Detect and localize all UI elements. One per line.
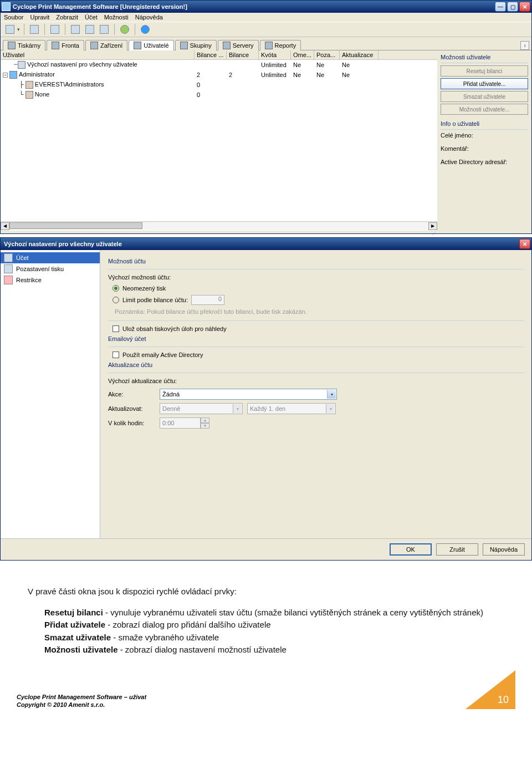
doc-bold: Resetuj bilanci	[44, 608, 103, 617]
tab-servery[interactable]: Servery	[218, 40, 259, 50]
footer-product: Cyclope Print Management Software – uživ…	[17, 693, 146, 701]
nav-pozastaveni[interactable]: Pozastavení tisku	[1, 263, 100, 274]
minimize-button[interactable]: —	[495, 2, 506, 12]
nav-ucet[interactable]: Účet	[1, 252, 100, 263]
checkbox-ad-emails[interactable]: Použít emaily Active Directory	[112, 352, 524, 358]
radio-icon	[112, 285, 119, 292]
col-bilance2[interactable]: Bilance	[227, 50, 259, 59]
tool-user-add[interactable]	[69, 23, 81, 35]
maximize-button[interactable]: ▢	[507, 2, 518, 12]
cell: 0	[195, 91, 227, 99]
side-group-info: Info o uživateli	[441, 120, 528, 127]
menu-moznosti[interactable]: Možnosti	[104, 14, 129, 21]
close-button[interactable]: ✕	[519, 2, 530, 12]
user-grid: Uživatel Bilance ... Bilance Kvóta Ome..…	[1, 50, 437, 233]
grid-rows: ┈Výchozí nastavení pro všechny uživatele…	[1, 60, 437, 221]
spin-down-icon[interactable]: ▼	[201, 423, 209, 429]
menu-zobrazit[interactable]: Zobrazit	[56, 14, 78, 21]
col-ome[interactable]: Ome...	[291, 50, 314, 59]
col-uzivatel[interactable]: Uživatel	[1, 50, 195, 59]
update-freq-select[interactable]: Denně ▾	[160, 403, 243, 414]
row-label: Výchozí nastavení pro všechny uživatele	[27, 61, 137, 68]
ok-button[interactable]: OK	[390, 543, 432, 556]
cell	[227, 64, 259, 65]
tool-user-del[interactable]	[84, 23, 96, 35]
tool-help[interactable]	[139, 23, 151, 35]
doc-item: Smazat uživatele - smaže vybraného uživa…	[44, 631, 504, 644]
cell	[340, 94, 378, 95]
cancel-button[interactable]: Zrušit	[436, 543, 478, 556]
tab-scroll-button[interactable]: ↕	[520, 41, 529, 50]
menu-soubor[interactable]: Soubor	[4, 14, 23, 21]
col-aktualizace[interactable]: Aktualizace	[340, 50, 378, 59]
action-select[interactable]: Žádná ▾	[160, 389, 337, 400]
spin-up-icon[interactable]: ▲	[201, 417, 209, 423]
help-button[interactable]: Nápověda	[483, 543, 525, 556]
time-spinner[interactable]: 0:00 ▲ ▼	[160, 417, 209, 429]
tab-fronta[interactable]: Fronta	[47, 40, 84, 50]
col-bilance1[interactable]: Bilance ...	[195, 50, 227, 59]
menu-upravit[interactable]: Upravit	[30, 14, 49, 21]
update-day-select[interactable]: Každý 1. den ▾	[247, 403, 336, 414]
tab-reporty[interactable]: Reporty	[260, 40, 301, 50]
tab-zarizeni[interactable]: Zařízení	[85, 40, 127, 50]
printer-icon	[8, 42, 16, 49]
pause-icon	[4, 264, 13, 273]
row-label: Administrator	[19, 71, 55, 78]
menu-napoveda[interactable]: Nápověda	[135, 14, 163, 21]
collapse-icon[interactable]: −	[3, 73, 8, 78]
scroll-right-button[interactable]: ▶	[428, 222, 437, 230]
tool-save[interactable]	[28, 23, 40, 35]
menu-ucet[interactable]: Účet	[85, 14, 98, 21]
combo-value: Denně	[162, 405, 180, 412]
resize-grip[interactable]: ⋰	[1, 230, 437, 233]
spinner-value: 0:00	[160, 417, 201, 429]
cell: Ne	[340, 61, 378, 69]
tab-bar: Tiskárny Fronta Zařízení Uživatelé Skupi…	[1, 37, 531, 50]
limit-input[interactable]: 0	[191, 295, 224, 305]
table-row[interactable]: ├ EVEREST\Administrators 0	[1, 80, 437, 90]
checkbox-save-jobs[interactable]: Ulož obsah tiskových úloh pro náhledy	[112, 325, 524, 332]
tool-settings[interactable]	[119, 23, 131, 35]
nav-restrikce[interactable]: Restrikce	[1, 274, 100, 286]
cell	[259, 84, 291, 85]
user-options-button[interactable]: Možnosti uživatele...	[441, 104, 528, 115]
dialog-footer: OK Zrušit Nápověda	[1, 538, 531, 560]
delete-user-button[interactable]: Smazat uživatele	[441, 91, 528, 102]
radio-limit[interactable]: Limit podle bilance účtu: 0	[112, 295, 524, 305]
horizontal-scrollbar[interactable]: ◀ ▶	[1, 221, 437, 230]
tab-label: Skupiny	[190, 42, 212, 49]
label-default-options: Výchozí možnosti účtu:	[108, 274, 524, 281]
scroll-track[interactable]	[9, 222, 428, 230]
col-kvota[interactable]: Kvóta	[259, 50, 291, 59]
radio-unlimited[interactable]: Neomezený tisk	[112, 285, 524, 292]
user-icon	[9, 71, 17, 79]
label-ad-path: Active Directory adresář:	[441, 159, 528, 165]
table-row[interactable]: −Administrator 2 2 Unlimited Ne Ne Ne	[1, 70, 437, 80]
app-icon	[2, 2, 11, 11]
tab-skupiny[interactable]: Skupiny	[175, 40, 217, 50]
cell: Ne	[291, 71, 314, 79]
cell: Unlimited	[259, 71, 291, 79]
tool-refresh[interactable]	[4, 23, 16, 35]
tab-tiskarny[interactable]: Tiskárny	[3, 40, 45, 50]
scroll-left-button[interactable]: ◀	[1, 222, 9, 230]
dialog-close-button[interactable]: ✕	[519, 239, 530, 249]
table-row[interactable]: └ None 0	[1, 90, 437, 100]
scroll-thumb[interactable]	[9, 222, 142, 229]
add-user-button[interactable]: Přidat uživatele...	[441, 78, 528, 89]
tab-uzivatele[interactable]: Uživatelé	[129, 40, 173, 50]
cell	[314, 84, 340, 85]
side-panel: Možnosti uživatele Resetuj bilanci Přida…	[437, 50, 531, 233]
cell: Ne	[340, 71, 378, 79]
device-icon	[90, 42, 98, 49]
tab-label: Servery	[233, 42, 254, 49]
tool-search[interactable]	[49, 23, 61, 35]
nav-label: Restrikce	[16, 277, 42, 283]
reset-balance-button[interactable]: Resetuj bilanci	[441, 65, 528, 77]
tool-user-opts[interactable]	[98, 23, 110, 35]
col-poza[interactable]: Poza...	[314, 50, 340, 59]
radio-label: Limit podle bilance účtu:	[122, 297, 188, 303]
toolbar: ▾	[1, 22, 531, 37]
table-row[interactable]: ┈Výchozí nastavení pro všechny uživatele…	[1, 60, 437, 70]
